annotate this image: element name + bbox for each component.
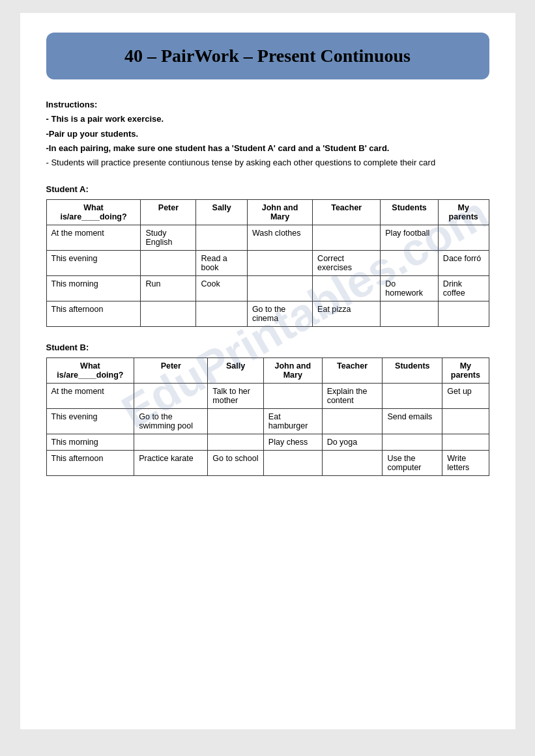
table-cell: This evening bbox=[46, 250, 141, 275]
table-cell: At the moment bbox=[46, 225, 141, 250]
instruction-line-1: - This is a pair work exercise. bbox=[46, 112, 489, 126]
table-cell bbox=[263, 383, 322, 408]
table-cell bbox=[313, 225, 381, 250]
table-cell: Go to the swimming pool bbox=[134, 408, 208, 434]
table-cell: Correct exercises bbox=[313, 250, 381, 275]
student-b-table: What is/are____doing? Peter Sally John a… bbox=[46, 357, 489, 476]
table-row: This eveningGo to the swimming poolEat h… bbox=[46, 408, 489, 434]
table-row: This morningPlay chessDo yoga bbox=[46, 434, 489, 450]
page: 40 – PairWork – Present Continuous Instr… bbox=[20, 13, 515, 729]
col-header-students-b: Students bbox=[383, 357, 442, 383]
table-cell: Get up bbox=[442, 383, 489, 408]
table-cell: Eat hamburger bbox=[263, 408, 322, 434]
table-cell bbox=[208, 434, 264, 450]
instruction-line-3: -In each pairing, make sure one student … bbox=[46, 141, 489, 156]
table-cell: Write letters bbox=[442, 450, 489, 475]
table-cell bbox=[322, 450, 383, 475]
table-cell: This afternoon bbox=[46, 450, 134, 475]
table-cell bbox=[383, 383, 442, 408]
table-cell: Cook bbox=[196, 275, 247, 301]
table-cell: Play football bbox=[381, 225, 439, 250]
table-cell: Talk to her mother bbox=[208, 383, 264, 408]
table-cell: Dace forró bbox=[438, 250, 489, 275]
instructions-label: Instructions: bbox=[46, 98, 489, 112]
table-cell bbox=[442, 434, 489, 450]
col-header-students-a: Students bbox=[381, 199, 439, 225]
table-cell bbox=[381, 301, 439, 326]
table-cell bbox=[141, 301, 196, 326]
col-header-teacher-b: Teacher bbox=[322, 357, 383, 383]
table-cell bbox=[141, 250, 196, 275]
col-header-parents-a: My parents bbox=[438, 199, 489, 225]
col-header-peter-a: Peter bbox=[141, 199, 196, 225]
table-cell: Practice karate bbox=[134, 450, 208, 475]
table-cell bbox=[322, 408, 383, 434]
table-cell: Go to the cinema bbox=[247, 301, 312, 326]
col-header-parents-b: My parents bbox=[442, 357, 489, 383]
table-cell bbox=[263, 450, 322, 475]
table-cell bbox=[442, 408, 489, 434]
table-row: At the momentStudy EnglishWash clothesPl… bbox=[46, 225, 489, 250]
instruction-line-4: - Students will practice presente contiu… bbox=[46, 156, 489, 170]
table-cell bbox=[247, 275, 312, 301]
table-cell: Read a book bbox=[196, 250, 247, 275]
student-a-table: What is/are____doing? Peter Sally John a… bbox=[46, 199, 489, 327]
col-header-john-mary-a: John and Mary bbox=[247, 199, 312, 225]
table-cell: This morning bbox=[46, 275, 141, 301]
instruction-line-2: -Pair up your students. bbox=[46, 127, 489, 141]
table-cell bbox=[381, 250, 439, 275]
page-title: 40 – PairWork – Present Continuous bbox=[72, 44, 463, 68]
table-cell: Use the computer bbox=[383, 450, 442, 475]
col-header-what-a: What is/are____doing? bbox=[46, 199, 141, 225]
table-cell bbox=[247, 250, 312, 275]
table-row: This eveningRead a bookCorrect exercises… bbox=[46, 250, 489, 275]
table-cell: Study English bbox=[141, 225, 196, 250]
table-cell: Explain the content bbox=[322, 383, 383, 408]
table-cell: Go to school bbox=[208, 450, 264, 475]
table-cell bbox=[208, 408, 264, 434]
col-header-teacher-a: Teacher bbox=[313, 199, 381, 225]
table-cell bbox=[196, 301, 247, 326]
table-cell: Eat pizza bbox=[313, 301, 381, 326]
table-cell bbox=[438, 225, 489, 250]
table-cell bbox=[313, 275, 381, 301]
instructions: Instructions: - This is a pair work exer… bbox=[46, 98, 489, 169]
table-cell: Do homework bbox=[381, 275, 439, 301]
table-cell: This afternoon bbox=[46, 301, 141, 326]
student-a-label: Student A: bbox=[46, 184, 489, 194]
table-cell: At the moment bbox=[46, 383, 134, 408]
table-cell bbox=[134, 383, 208, 408]
table-cell: Do yoga bbox=[322, 434, 383, 450]
col-header-john-mary-b: John and Mary bbox=[263, 357, 322, 383]
table-cell bbox=[438, 301, 489, 326]
table-cell: This evening bbox=[46, 408, 134, 434]
table-cell: Play chess bbox=[263, 434, 322, 450]
student-a-header-row: What is/are____doing? Peter Sally John a… bbox=[46, 199, 489, 225]
col-header-what-b: What is/are____doing? bbox=[46, 357, 134, 383]
table-cell: This morning bbox=[46, 434, 134, 450]
col-header-sally-b: Sally bbox=[208, 357, 264, 383]
table-cell: Run bbox=[141, 275, 196, 301]
table-cell: Wash clothes bbox=[247, 225, 312, 250]
col-header-peter-b: Peter bbox=[134, 357, 208, 383]
table-cell bbox=[134, 434, 208, 450]
table-cell bbox=[383, 434, 442, 450]
table-row: At the momentTalk to her motherExplain t… bbox=[46, 383, 489, 408]
table-cell: Drink coffee bbox=[438, 275, 489, 301]
table-row: This afternoonPractice karateGo to schoo… bbox=[46, 450, 489, 475]
student-b-header-row: What is/are____doing? Peter Sally John a… bbox=[46, 357, 489, 383]
student-b-label: Student B: bbox=[46, 343, 489, 352]
table-cell bbox=[196, 225, 247, 250]
table-cell: Send emails bbox=[383, 408, 442, 434]
title-box: 40 – PairWork – Present Continuous bbox=[46, 33, 489, 79]
table-row: This afternoonGo to the cinemaEat pizza bbox=[46, 301, 489, 326]
table-row: This morningRunCookDo homeworkDrink coff… bbox=[46, 275, 489, 301]
col-header-sally-a: Sally bbox=[196, 199, 247, 225]
